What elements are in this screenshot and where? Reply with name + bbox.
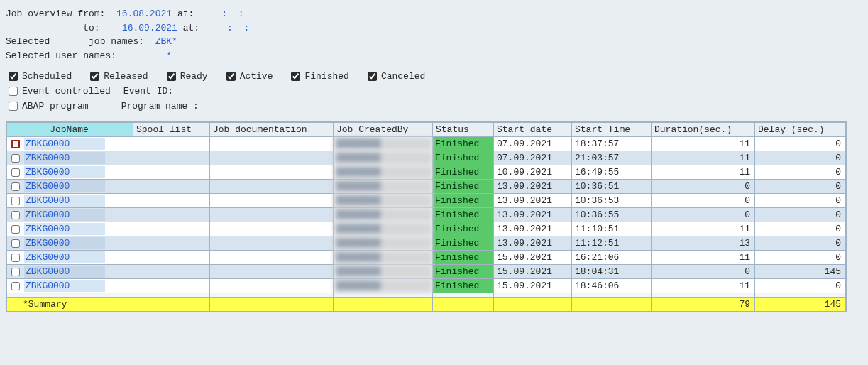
duration-cell: 0 <box>652 208 755 222</box>
createdby-cell: ████████ <box>334 265 433 279</box>
filter-finished[interactable]: Finished <box>288 70 348 83</box>
filter-scheduled[interactable]: Scheduled <box>6 70 72 83</box>
status-cell: Finished <box>433 180 494 194</box>
job-names-label: job names: <box>89 35 144 49</box>
row-select-checkbox[interactable] <box>11 197 20 205</box>
filter-active[interactable]: Active <box>224 70 273 83</box>
spool-cell <box>133 151 210 165</box>
col-jobdoc[interactable]: Job documentation <box>210 123 334 137</box>
jobname-text: ZBKG0000 <box>24 152 105 164</box>
delay-cell: 145 <box>755 265 846 279</box>
starttime-cell: 10:36:53 <box>572 194 652 208</box>
filter-abap-program[interactable]: ABAP program <box>6 99 89 113</box>
at-label-2: at: <box>183 21 199 36</box>
jobname-cell[interactable]: ZBKG0000 <box>7 165 133 180</box>
starttime-cell: 18:04:31 <box>572 265 652 279</box>
starttime-cell: 10:36:51 <box>572 180 652 194</box>
createdby-cell: ████████ <box>334 208 433 222</box>
startdate-cell: 13.09.2021 <box>494 236 572 251</box>
row-select-checkbox[interactable] <box>11 140 20 148</box>
jobname-cell[interactable]: ZBKG0000 <box>7 279 133 293</box>
startdate-cell: 15.09.2021 <box>494 279 572 293</box>
col-jobname[interactable]: JobName <box>7 123 133 137</box>
delay-cell: 0 <box>755 208 846 222</box>
col-spool[interactable]: Spool list <box>133 123 210 137</box>
jobname-cell[interactable]: ZBKG0000 <box>7 194 133 208</box>
jobname-cell[interactable]: ZBKG0000 <box>7 208 133 222</box>
duration-cell: 13 <box>652 236 755 251</box>
jobname-cell[interactable]: ZBKG0000 <box>7 137 133 151</box>
table-row[interactable]: ZBKG0000████████Finished13.09.202111:12:… <box>7 236 846 251</box>
row-select-checkbox[interactable] <box>11 268 20 276</box>
status-cell: Finished <box>433 208 494 222</box>
filter-event-controlled[interactable]: Event controlled <box>6 85 111 98</box>
starttime-cell: 21:03:57 <box>572 151 652 165</box>
header-section: Job overview from: 16.08.2021 at: : : to… <box>6 7 862 113</box>
table-row[interactable]: ZBKG0000████████Finished13.09.202110:36:… <box>7 194 846 208</box>
table-row[interactable]: ZBKG0000████████Finished15.09.202116:21:… <box>7 251 846 265</box>
col-status[interactable]: Status <box>433 123 494 137</box>
spool-cell <box>133 208 210 222</box>
table-row[interactable]: ZBKG0000████████Finished15.09.202118:04:… <box>7 265 846 279</box>
spool-cell <box>133 165 210 180</box>
jobname-text: ZBKG0000 <box>24 180 105 192</box>
row-select-checkbox[interactable] <box>11 225 20 234</box>
table-row[interactable]: ZBKG0000████████Finished13.09.202110:36:… <box>7 180 846 194</box>
startdate-cell: 13.09.2021 <box>494 180 572 194</box>
row-select-checkbox[interactable] <box>11 239 20 248</box>
spool-cell <box>133 265 210 279</box>
col-delay[interactable]: Delay (sec.) <box>755 123 846 137</box>
jobname-cell[interactable]: ZBKG0000 <box>7 151 133 165</box>
filter-canceled[interactable]: Canceled <box>365 70 425 83</box>
createdby-cell: ████████ <box>334 194 433 208</box>
row-select-checkbox[interactable] <box>11 211 20 219</box>
table-row[interactable]: ZBKG0000████████Finished15.09.202118:46:… <box>7 279 846 293</box>
starttime-cell: 11:12:51 <box>572 236 652 251</box>
status-cell: Finished <box>433 222 494 236</box>
col-starttime[interactable]: Start Time <box>572 123 652 137</box>
program-name-label: Program name : <box>121 101 199 111</box>
jobname-cell[interactable]: ZBKG0000 <box>7 265 133 279</box>
row-select-checkbox[interactable] <box>11 282 20 290</box>
jobname-text: ZBKG0000 <box>24 266 105 278</box>
col-duration[interactable]: Duration(sec.) <box>652 123 755 137</box>
starttime-cell: 18:37:57 <box>572 137 652 151</box>
createdby-cell: ████████ <box>334 279 433 293</box>
status-cell: Finished <box>433 194 494 208</box>
jobdoc-cell <box>210 151 334 165</box>
table-row[interactable]: ZBKG0000████████Finished13.09.202110:36:… <box>7 208 846 222</box>
at-time-1b: : <box>238 7 255 21</box>
row-select-checkbox[interactable] <box>11 182 20 191</box>
jobname-text: ZBKG0000 <box>24 195 105 207</box>
row-select-checkbox[interactable] <box>11 154 20 163</box>
filter-ready[interactable]: Ready <box>164 70 208 83</box>
duration-cell: 11 <box>652 251 755 265</box>
table-row[interactable]: ZBKG0000████████Finished10.09.202116:49:… <box>7 165 846 180</box>
table-row[interactable]: ZBKG0000████████Finished13.09.202111:10:… <box>7 222 846 236</box>
jobdoc-cell <box>210 165 334 180</box>
jobname-cell[interactable]: ZBKG0000 <box>7 236 133 251</box>
jobname-text: ZBKG0000 <box>24 223 105 235</box>
createdby-cell: ████████ <box>334 251 433 265</box>
jobname-cell[interactable]: ZBKG0000 <box>7 222 133 236</box>
col-startdate[interactable]: Start date <box>494 123 572 137</box>
jobdoc-cell <box>210 251 334 265</box>
filter-released[interactable]: Released <box>87 70 148 83</box>
spool-cell <box>133 180 210 194</box>
table-row[interactable]: ZBKG0000████████Finished07.09.202121:03:… <box>7 151 846 165</box>
job-names-value: ZBK* <box>155 35 177 49</box>
jobname-text: ZBKG0000 <box>24 280 105 292</box>
selected-label: Selected <box>6 35 50 49</box>
table-row[interactable]: ZBKG0000████████Finished07.09.202118:37:… <box>7 137 846 151</box>
starttime-cell: 18:46:06 <box>572 279 652 293</box>
starttime-cell: 10:36:55 <box>572 208 652 222</box>
createdby-cell: ████████ <box>334 222 433 236</box>
at-time-2b: : <box>244 21 260 36</box>
row-select-checkbox[interactable] <box>11 168 20 177</box>
jobname-cell[interactable]: ZBKG0000 <box>7 251 133 265</box>
col-createdby[interactable]: Job CreatedBy <box>334 123 433 137</box>
overview-from-label: Job overview from: <box>6 7 105 21</box>
row-select-checkbox[interactable] <box>11 254 20 262</box>
jobname-cell[interactable]: ZBKG0000 <box>7 180 133 194</box>
summary-label: *Summary <box>7 298 133 312</box>
